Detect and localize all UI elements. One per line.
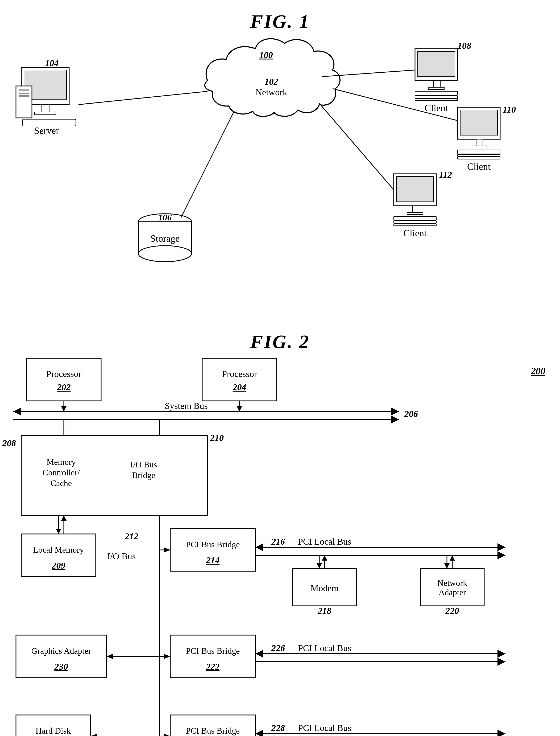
svg-text:Client: Client (467, 161, 491, 172)
svg-marker-116 (444, 563, 450, 569)
svg-text:202: 202 (57, 382, 71, 392)
svg-text:226: 226 (271, 643, 285, 653)
fig1-area: 102 Network 100 104 Server (0, 33, 560, 325)
svg-rect-32 (458, 150, 500, 154)
svg-marker-133 (106, 654, 113, 659)
svg-text:100: 100 (259, 50, 273, 60)
fig1-title: FIG. 1 (0, 0, 560, 33)
svg-rect-5 (41, 105, 49, 113)
svg-rect-31 (471, 146, 487, 148)
svg-rect-55 (202, 358, 277, 401)
svg-marker-125 (497, 658, 505, 666)
svg-marker-60 (13, 408, 21, 416)
svg-text:110: 110 (503, 105, 516, 114)
svg-text:104: 104 (45, 58, 59, 68)
svg-rect-41 (394, 216, 436, 220)
svg-rect-25 (415, 98, 458, 101)
svg-line-50 (319, 103, 394, 190)
svg-marker-99 (255, 543, 263, 551)
svg-text:Bridge: Bridge (132, 470, 155, 480)
svg-marker-97 (497, 543, 505, 551)
svg-text:PCI Bus Bridge: PCI Bus Bridge (186, 540, 240, 549)
svg-rect-21 (434, 81, 440, 87)
svg-rect-69 (21, 436, 208, 515)
svg-text:PCI Bus Bridge: PCI Bus Bridge (186, 646, 240, 656)
svg-text:228: 228 (271, 723, 285, 733)
svg-text:Processor: Processor (222, 369, 257, 379)
svg-text:216: 216 (271, 537, 285, 547)
svg-rect-37 (394, 174, 436, 206)
svg-text:Memory: Memory (47, 457, 76, 467)
svg-text:I/O Bus: I/O Bus (130, 460, 157, 469)
svg-point-14 (138, 214, 192, 230)
svg-rect-29 (460, 110, 497, 135)
svg-text:Network: Network (256, 87, 287, 97)
svg-rect-15 (138, 222, 192, 254)
svg-rect-129 (16, 635, 106, 678)
svg-marker-126 (255, 650, 263, 658)
svg-text:Adapter: Adapter (438, 588, 466, 597)
svg-rect-109 (420, 569, 484, 606)
svg-rect-9 (19, 93, 29, 94)
svg-rect-10 (19, 95, 29, 97)
svg-rect-8 (19, 89, 29, 91)
svg-rect-42 (394, 221, 436, 223)
svg-text:210: 210 (210, 433, 224, 443)
svg-rect-11 (23, 119, 76, 126)
svg-rect-39 (412, 206, 419, 212)
svg-marker-150 (90, 734, 97, 736)
svg-text:102: 102 (265, 77, 278, 86)
svg-text:209: 209 (52, 561, 65, 571)
svg-text:Graphics Adapter: Graphics Adapter (31, 646, 91, 656)
svg-rect-102 (293, 569, 356, 606)
svg-rect-19 (415, 49, 458, 81)
svg-rect-38 (396, 176, 434, 202)
svg-text:214: 214 (206, 555, 220, 565)
svg-text:212: 212 (125, 531, 138, 541)
svg-rect-7 (16, 86, 32, 118)
svg-text:200: 200 (531, 366, 545, 377)
svg-marker-121 (164, 654, 170, 659)
svg-text:108: 108 (458, 41, 471, 51)
svg-rect-43 (394, 223, 436, 226)
svg-text:Storage: Storage (150, 233, 180, 244)
svg-text:Hard Disk: Hard Disk (36, 726, 71, 735)
svg-rect-90 (170, 529, 255, 571)
svg-marker-124 (497, 650, 505, 658)
svg-text:System Bus: System Bus (165, 401, 208, 411)
svg-text:Processor: Processor (46, 369, 82, 379)
svg-text:Controller/: Controller/ (43, 468, 80, 477)
svg-line-46 (78, 91, 208, 105)
svg-rect-20 (418, 51, 455, 77)
svg-rect-80 (21, 534, 96, 577)
svg-rect-52 (27, 358, 101, 401)
svg-line-48 (322, 70, 415, 77)
svg-text:PCI Bus Bridge: PCI Bus Bridge (186, 726, 240, 735)
svg-line-49 (333, 89, 458, 121)
svg-marker-68 (237, 406, 242, 412)
svg-line-47 (181, 111, 234, 218)
svg-rect-6 (35, 112, 56, 115)
svg-text:206: 206 (404, 409, 418, 419)
fig2-title: FIG. 2 (0, 325, 560, 353)
svg-marker-66 (61, 406, 67, 412)
svg-rect-28 (458, 107, 500, 139)
svg-text:Network: Network (437, 578, 467, 588)
svg-rect-134 (170, 715, 255, 736)
svg-text:218: 218 (318, 606, 331, 616)
svg-text:PCI Local Bus: PCI Local Bus (298, 643, 351, 653)
svg-text:106: 106 (158, 212, 172, 222)
svg-rect-30 (476, 139, 483, 146)
svg-rect-33 (458, 154, 500, 156)
page: FIG. 1 102 Network 100 (0, 0, 560, 736)
svg-rect-40 (407, 212, 423, 214)
svg-text:Local Memory: Local Memory (33, 545, 84, 555)
svg-marker-94 (164, 547, 170, 553)
svg-marker-106 (322, 555, 327, 561)
svg-rect-34 (458, 157, 500, 159)
svg-marker-86 (61, 515, 67, 521)
svg-text:Cache: Cache (51, 478, 72, 488)
svg-text:112: 112 (439, 170, 452, 180)
svg-text:220: 220 (445, 606, 459, 616)
svg-marker-62 (391, 416, 399, 424)
